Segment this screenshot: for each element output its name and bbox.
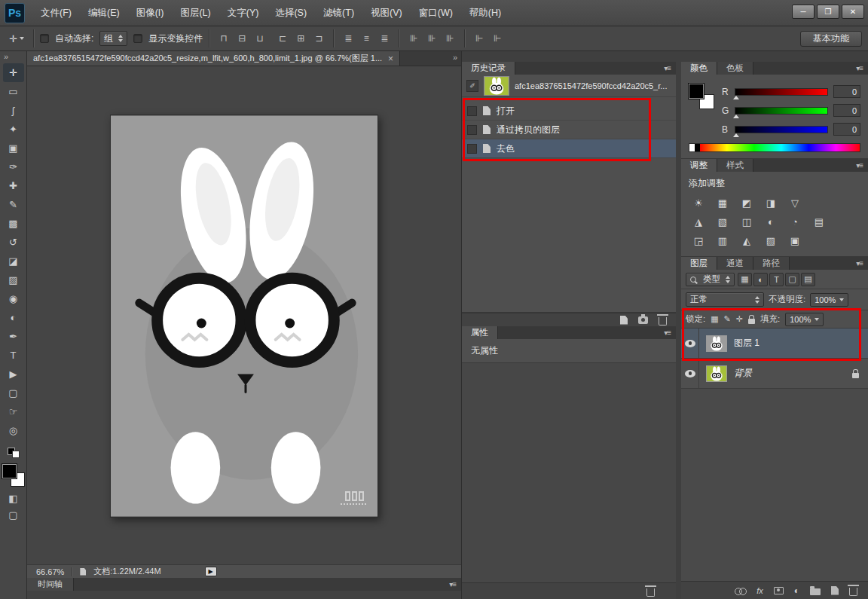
lock-pixels-icon[interactable]: ✎ [724, 314, 731, 324]
foreground-background-swatches[interactable] [2, 464, 25, 487]
adjustment-icon[interactable]: ▦ [713, 195, 732, 210]
lock-position-icon[interactable]: ✛ [736, 314, 743, 324]
current-tool-icon[interactable]: ✛ [6, 32, 27, 46]
eraser-tool-icon[interactable]: ◪ [3, 252, 24, 270]
tab-styles[interactable]: 样式 [717, 159, 753, 172]
rectangular-marquee-tool-icon[interactable]: ▭ [3, 82, 24, 101]
canvas[interactable] [27, 66, 461, 564]
move-tool-icon[interactable]: ✛ [3, 63, 24, 82]
history-brush-tool-icon[interactable]: ↺ [3, 233, 24, 252]
close-tab-icon[interactable]: × [388, 53, 393, 64]
menu-item[interactable]: 滤镜(T) [315, 0, 362, 26]
crop-tool-icon[interactable]: ▣ [3, 139, 24, 157]
layer-filter-icon[interactable]: ▦ [738, 273, 752, 286]
quick-selection-tool-icon[interactable]: ✦ [3, 120, 24, 139]
layer-style-fx-icon[interactable]: fx [756, 586, 763, 595]
blend-mode-dropdown[interactable]: 正常 [686, 292, 764, 307]
add-mask-icon[interactable] [774, 587, 784, 594]
menu-item[interactable]: 图层(L) [172, 0, 219, 26]
lock-all-icon[interactable] [748, 319, 755, 324]
history-step-desaturate[interactable]: 去色 [462, 139, 676, 158]
panel-menu-icon[interactable]: ▾≡ [856, 64, 868, 72]
menu-item[interactable]: 视图(V) [362, 0, 411, 26]
adjustment-icon[interactable]: ▽ [785, 195, 805, 210]
adjustment-icon[interactable]: ◩ [737, 195, 756, 210]
slider-marker-icon[interactable] [733, 96, 739, 99]
lasso-tool-icon[interactable]: ʃ [3, 101, 24, 120]
align-options-icon[interactable]: ⊩ [471, 31, 487, 46]
adjustment-icon[interactable]: ◔ [785, 214, 805, 229]
brush-tool-icon[interactable]: ✎ [3, 195, 24, 214]
history-brush-source-well[interactable]: ✐ [466, 80, 478, 92]
shape-tool-icon[interactable]: ▢ [3, 384, 24, 402]
new-adjustment-layer-icon[interactable]: ◐ [794, 585, 799, 596]
history-brush-well[interactable] [467, 125, 477, 135]
panel-menu-icon[interactable]: ▾≡ [664, 64, 676, 72]
visibility-toggle[interactable] [681, 359, 699, 388]
clone-stamp-tool-icon[interactable]: ▩ [3, 214, 24, 233]
eyedropper-tool-icon[interactable]: ✑ [3, 157, 24, 176]
new-snapshot-icon[interactable] [638, 316, 648, 324]
slider-marker-icon[interactable] [733, 115, 739, 118]
delete-state-icon[interactable] [659, 317, 667, 325]
history-brush-well[interactable] [467, 144, 477, 154]
align-icon[interactable]: ⊓ [215, 31, 232, 46]
tab-properties[interactable]: 属性 [462, 326, 498, 339]
blur-tool-icon[interactable]: ◉ [3, 289, 24, 308]
document-image[interactable] [110, 115, 378, 518]
layer-filter-icon[interactable]: ◐ [753, 273, 768, 286]
status-flyout-icon[interactable]: ▶ [205, 567, 217, 576]
foreground-color-swatch[interactable] [2, 464, 17, 478]
adjustment-icon[interactable]: ◨ [761, 195, 781, 210]
panel-menu-icon[interactable]: ▾≡ [449, 580, 461, 588]
lock-transparency-icon[interactable]: ▦ [711, 314, 718, 324]
adjustment-icon[interactable]: ▣ [785, 233, 805, 248]
workspace-switcher-button[interactable]: 基本功能 [800, 31, 862, 47]
menu-item[interactable]: 文件(F) [32, 0, 80, 26]
tab-adjustments[interactable]: 调整 [681, 159, 717, 172]
adjustment-icon[interactable]: ◭ [737, 233, 756, 248]
zoom-level-field[interactable]: 66.67% [36, 567, 64, 576]
menu-item[interactable]: 窗口(W) [411, 0, 461, 26]
channel-value-field[interactable]: 0 [833, 104, 860, 117]
adjustment-icon[interactable]: ▧ [713, 214, 732, 229]
layer-thumbnail[interactable] [706, 335, 727, 352]
auto-select-target-dropdown[interactable]: 组 [99, 31, 127, 46]
visibility-toggle[interactable] [681, 329, 699, 358]
screen-mode-icon[interactable]: ▢ [4, 506, 23, 523]
auto-select-checkbox[interactable] [40, 34, 49, 43]
color-spectrum-ramp[interactable] [689, 143, 860, 152]
panel-menu-icon[interactable]: ▾≡ [856, 259, 868, 267]
distribute-icon[interactable]: ⊪ [405, 31, 422, 46]
history-brush-well[interactable] [467, 106, 477, 116]
menu-item[interactable]: 编辑(E) [80, 0, 128, 26]
menu-item[interactable]: 帮助(H) [461, 0, 509, 26]
new-group-icon[interactable] [810, 588, 821, 595]
new-document-from-state-icon[interactable] [620, 316, 628, 325]
adjustment-icon[interactable]: ◐ [761, 214, 781, 229]
layer-filter-icon[interactable]: T [769, 273, 784, 286]
filter-type-dropdown[interactable]: 类型 [686, 273, 735, 286]
foreground-color-swatch[interactable] [689, 84, 704, 99]
menu-item[interactable]: 文字(Y) [219, 0, 267, 26]
align-icon[interactable]: ⊔ [252, 31, 268, 46]
channel-slider[interactable] [735, 107, 828, 115]
layer-filter-icon[interactable]: ▢ [785, 273, 799, 286]
menu-item[interactable]: 选择(S) [267, 0, 315, 26]
quick-mask-icon[interactable]: ◧ [4, 490, 23, 506]
gradient-tool-icon[interactable]: ▨ [3, 270, 24, 289]
type-tool-icon[interactable]: T [3, 346, 24, 365]
adjustment-icon[interactable]: ▤ [809, 214, 829, 229]
menu-item[interactable]: 图像(I) [128, 0, 173, 26]
channel-slider[interactable] [735, 126, 828, 133]
adjustment-icon[interactable]: ◫ [737, 214, 756, 229]
adjustment-icon[interactable]: ◲ [689, 233, 708, 248]
layer-name[interactable]: 图层 1 [734, 337, 760, 350]
adjustment-icon[interactable]: ☀ [689, 195, 708, 210]
history-snapshot-row[interactable]: ✐ afc1ea8376515472fe59 [462, 75, 676, 97]
slider-marker-icon[interactable] [733, 133, 739, 137]
delete-layer-icon[interactable] [849, 588, 857, 596]
opacity-dropdown[interactable]: 100% [810, 293, 848, 307]
panel-menu-icon[interactable]: ▾≡ [856, 161, 868, 170]
layer-row-layer1[interactable]: 图层 1 [681, 329, 868, 359]
